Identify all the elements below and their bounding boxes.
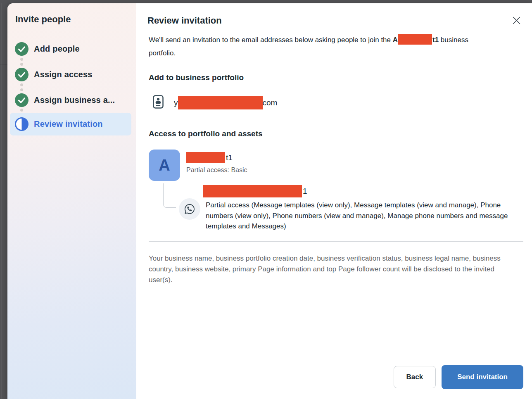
backdrop-seam <box>1 3 2 399</box>
step-label: Review invitation <box>34 119 103 129</box>
review-invitation-panel: Review invitation We'll send an invitati… <box>136 3 532 399</box>
email-suffix: com <box>263 98 278 107</box>
redaction-block <box>186 152 225 163</box>
step-connector-dots <box>20 56 136 68</box>
tree-connector-line <box>163 183 176 208</box>
step-complete-check-icon <box>15 42 28 56</box>
redaction-block <box>203 185 302 197</box>
back-button[interactable]: Back <box>394 366 436 388</box>
close-button[interactable] <box>510 15 522 27</box>
sidebar-step-assign-access[interactable]: Assign access <box>15 68 136 81</box>
send-invitation-button[interactable]: Send invitation <box>442 365 523 389</box>
sidebar-step-add-people[interactable]: Add people <box>15 42 136 56</box>
page-title: Review invitation <box>147 15 523 26</box>
step-list: Add people Assign access Assign business… <box>7 42 136 135</box>
add-to-portfolio-heading: Add to business portfolio <box>149 73 523 82</box>
invited-email-row: ycom <box>153 95 523 110</box>
contact-card-icon <box>153 95 164 110</box>
portfolio-name-prefix: A <box>393 36 398 44</box>
dialog-footer: Back Send invitation <box>394 365 523 389</box>
dialog-title: Invite people <box>15 14 136 25</box>
invite-people-dialog: Invite people Add people Assign access <box>7 3 532 399</box>
business-avatar: A <box>149 150 180 181</box>
step-label: Assign access <box>34 70 93 79</box>
business-name-suffix: t1 <box>226 153 233 162</box>
close-icon <box>511 15 522 27</box>
wizard-sidebar: Invite people Add people Assign access <box>7 3 136 399</box>
invited-email: ycom <box>174 96 277 109</box>
email-prefix: y <box>174 98 178 107</box>
sidebar-step-review-invitation[interactable]: Review invitation <box>10 113 131 135</box>
step-connector-dots <box>20 81 136 93</box>
step-label: Add people <box>34 44 80 54</box>
step-complete-check-icon <box>15 68 28 81</box>
business-portfolio-row: A t1 Partial access: Basic <box>149 150 523 181</box>
whatsapp-asset-name: 1 <box>203 185 307 197</box>
step-label: Assign business a... <box>34 95 115 105</box>
whatsapp-name-suffix: 1 <box>303 187 307 196</box>
step-connector-dots <box>20 107 136 113</box>
access-heading: Access to portfolio and assets <box>149 129 523 138</box>
whatsapp-access-detail: Partial access (Message templates (view … <box>206 200 527 232</box>
redaction-block <box>398 34 432 45</box>
disclosure-text: Your business name, business portfolio c… <box>149 253 512 285</box>
whatsapp-icon <box>179 198 200 220</box>
intro-before: We'll send an invitation to the email ad… <box>149 36 393 44</box>
step-complete-check-icon <box>15 93 28 107</box>
section-divider <box>149 241 523 242</box>
sidebar-step-assign-business-assets[interactable]: Assign business a... <box>15 93 136 107</box>
intro-text: We'll send an invitation to the email ad… <box>149 33 487 60</box>
portfolio-name-suffix: t1 <box>432 36 439 44</box>
business-access-level: Partial access: Basic <box>186 166 247 174</box>
step-in-progress-icon <box>15 117 28 131</box>
business-meta: t1 Partial access: Basic <box>186 150 247 181</box>
whatsapp-asset-row: 1 Partial access (Message templates (vie… <box>149 183 523 237</box>
business-name: t1 <box>186 152 247 163</box>
redaction-block <box>178 96 263 109</box>
